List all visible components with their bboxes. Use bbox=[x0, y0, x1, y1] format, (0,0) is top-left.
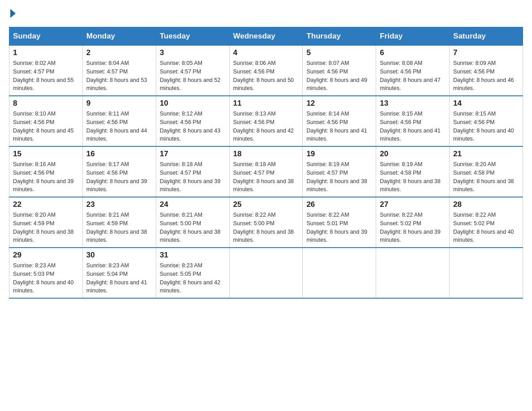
day-info: Sunrise: 8:07 AMSunset: 4:56 PMDaylight:… bbox=[306, 59, 372, 93]
calendar-cell: 22Sunrise: 8:20 AMSunset: 4:59 PMDayligh… bbox=[9, 197, 83, 248]
day-number: 26 bbox=[306, 200, 372, 209]
day-number: 20 bbox=[380, 150, 446, 158]
day-number: 29 bbox=[13, 251, 79, 260]
logo-top bbox=[9, 9, 16, 18]
day-number: 12 bbox=[306, 99, 372, 108]
day-info: Sunrise: 8:20 AMSunset: 4:59 PMDaylight:… bbox=[13, 211, 79, 244]
calendar-table: SundayMondayTuesdayWednesdayThursdayFrid… bbox=[9, 27, 523, 299]
calendar-cell: 31Sunrise: 8:23 AMSunset: 5:05 PMDayligh… bbox=[156, 248, 229, 298]
day-number: 24 bbox=[160, 200, 226, 209]
logo-triangle-icon bbox=[10, 9, 16, 18]
day-info: Sunrise: 8:22 AMSunset: 5:00 PMDaylight:… bbox=[233, 211, 299, 244]
day-info: Sunrise: 8:21 AMSunset: 5:00 PMDaylight:… bbox=[160, 211, 226, 244]
day-info: Sunrise: 8:21 AMSunset: 4:59 PMDaylight:… bbox=[86, 211, 152, 244]
week-row-5: 29Sunrise: 8:23 AMSunset: 5:03 PMDayligh… bbox=[9, 248, 523, 298]
week-row-4: 22Sunrise: 8:20 AMSunset: 4:59 PMDayligh… bbox=[9, 197, 523, 248]
calendar-cell: 4Sunrise: 8:06 AMSunset: 4:56 PMDaylight… bbox=[229, 46, 303, 96]
calendar-cell: 21Sunrise: 8:20 AMSunset: 4:58 PMDayligh… bbox=[450, 146, 523, 197]
day-info: Sunrise: 8:14 AMSunset: 4:56 PMDaylight:… bbox=[306, 110, 372, 143]
day-header-saturday: Saturday bbox=[450, 27, 523, 46]
day-info: Sunrise: 8:08 AMSunset: 4:56 PMDaylight:… bbox=[380, 59, 446, 93]
calendar-cell: 25Sunrise: 8:22 AMSunset: 5:00 PMDayligh… bbox=[229, 197, 303, 248]
calendar-cell: 26Sunrise: 8:22 AMSunset: 5:01 PMDayligh… bbox=[303, 197, 376, 248]
day-info: Sunrise: 8:11 AMSunset: 4:56 PMDaylight:… bbox=[86, 110, 152, 143]
calendar-cell: 17Sunrise: 8:18 AMSunset: 4:57 PMDayligh… bbox=[156, 146, 229, 197]
day-number: 13 bbox=[380, 99, 446, 108]
day-number: 7 bbox=[453, 48, 519, 57]
day-info: Sunrise: 8:06 AMSunset: 4:56 PMDaylight:… bbox=[233, 59, 299, 93]
day-info: Sunrise: 8:16 AMSunset: 4:56 PMDaylight:… bbox=[13, 160, 79, 194]
day-info: Sunrise: 8:22 AMSunset: 5:02 PMDaylight:… bbox=[380, 211, 446, 244]
day-number: 10 bbox=[160, 99, 226, 108]
day-number: 22 bbox=[13, 200, 79, 209]
day-number: 30 bbox=[86, 251, 152, 260]
day-number: 9 bbox=[86, 99, 152, 108]
calendar-cell: 3Sunrise: 8:05 AMSunset: 4:57 PMDaylight… bbox=[156, 46, 229, 96]
calendar-cell: 5Sunrise: 8:07 AMSunset: 4:56 PMDaylight… bbox=[303, 46, 376, 96]
day-info: Sunrise: 8:19 AMSunset: 4:57 PMDaylight:… bbox=[306, 160, 372, 194]
day-number: 23 bbox=[86, 200, 152, 209]
day-number: 8 bbox=[13, 99, 79, 108]
day-number: 5 bbox=[306, 48, 372, 57]
day-number: 25 bbox=[233, 200, 299, 209]
day-header-friday: Friday bbox=[376, 27, 450, 46]
calendar-header: SundayMondayTuesdayWednesdayThursdayFrid… bbox=[9, 27, 523, 46]
day-number: 14 bbox=[453, 99, 519, 108]
calendar-cell: 23Sunrise: 8:21 AMSunset: 4:59 PMDayligh… bbox=[82, 197, 156, 248]
calendar-cell: 14Sunrise: 8:15 AMSunset: 4:56 PMDayligh… bbox=[450, 96, 523, 146]
week-row-1: 1Sunrise: 8:02 AMSunset: 4:57 PMDaylight… bbox=[9, 46, 523, 96]
day-info: Sunrise: 8:02 AMSunset: 4:57 PMDaylight:… bbox=[13, 59, 79, 93]
calendar-cell bbox=[303, 248, 376, 298]
day-number: 31 bbox=[160, 251, 226, 260]
logo bbox=[9, 9, 16, 18]
day-header-monday: Monday bbox=[82, 27, 156, 46]
day-info: Sunrise: 8:19 AMSunset: 4:58 PMDaylight:… bbox=[380, 160, 446, 194]
day-header-thursday: Thursday bbox=[303, 27, 376, 46]
day-info: Sunrise: 8:20 AMSunset: 4:58 PMDaylight:… bbox=[453, 160, 519, 194]
day-number: 3 bbox=[160, 48, 226, 57]
day-number: 16 bbox=[86, 150, 152, 158]
day-number: 4 bbox=[233, 48, 299, 57]
calendar-cell bbox=[376, 248, 450, 298]
day-number: 28 bbox=[453, 200, 519, 209]
calendar-cell: 11Sunrise: 8:13 AMSunset: 4:56 PMDayligh… bbox=[229, 96, 303, 146]
calendar-cell: 18Sunrise: 8:18 AMSunset: 4:57 PMDayligh… bbox=[229, 146, 303, 197]
day-number: 21 bbox=[453, 150, 519, 158]
day-info: Sunrise: 8:05 AMSunset: 4:57 PMDaylight:… bbox=[160, 59, 226, 93]
week-row-3: 15Sunrise: 8:16 AMSunset: 4:56 PMDayligh… bbox=[9, 146, 523, 197]
day-number: 11 bbox=[233, 99, 299, 108]
calendar-cell: 30Sunrise: 8:23 AMSunset: 5:04 PMDayligh… bbox=[82, 248, 156, 298]
day-info: Sunrise: 8:23 AMSunset: 5:05 PMDaylight:… bbox=[160, 261, 226, 295]
calendar-cell: 12Sunrise: 8:14 AMSunset: 4:56 PMDayligh… bbox=[303, 96, 376, 146]
calendar-cell: 27Sunrise: 8:22 AMSunset: 5:02 PMDayligh… bbox=[376, 197, 450, 248]
calendar-cell: 8Sunrise: 8:10 AMSunset: 4:56 PMDaylight… bbox=[9, 96, 83, 146]
calendar-cell: 7Sunrise: 8:09 AMSunset: 4:56 PMDaylight… bbox=[450, 46, 523, 96]
day-number: 18 bbox=[233, 150, 299, 158]
calendar-cell: 29Sunrise: 8:23 AMSunset: 5:03 PMDayligh… bbox=[9, 248, 83, 298]
day-info: Sunrise: 8:18 AMSunset: 4:57 PMDaylight:… bbox=[233, 160, 299, 194]
day-header-wednesday: Wednesday bbox=[229, 27, 303, 46]
day-info: Sunrise: 8:23 AMSunset: 5:03 PMDaylight:… bbox=[13, 261, 79, 295]
day-info: Sunrise: 8:22 AMSunset: 5:01 PMDaylight:… bbox=[306, 211, 372, 244]
day-info: Sunrise: 8:09 AMSunset: 4:56 PMDaylight:… bbox=[453, 59, 519, 93]
week-row-2: 8Sunrise: 8:10 AMSunset: 4:56 PMDaylight… bbox=[9, 96, 523, 146]
day-header-tuesday: Tuesday bbox=[156, 27, 229, 46]
day-number: 15 bbox=[13, 150, 79, 158]
day-number: 17 bbox=[160, 150, 226, 158]
day-info: Sunrise: 8:15 AMSunset: 4:56 PMDaylight:… bbox=[453, 110, 519, 143]
day-number: 2 bbox=[86, 48, 152, 57]
day-number: 19 bbox=[306, 150, 372, 158]
calendar-cell: 1Sunrise: 8:02 AMSunset: 4:57 PMDaylight… bbox=[9, 46, 83, 96]
day-info: Sunrise: 8:13 AMSunset: 4:56 PMDaylight:… bbox=[233, 110, 299, 143]
day-info: Sunrise: 8:15 AMSunset: 4:56 PMDaylight:… bbox=[380, 110, 446, 143]
calendar-cell bbox=[450, 248, 523, 298]
page-header bbox=[9, 9, 523, 18]
calendar-cell: 10Sunrise: 8:12 AMSunset: 4:56 PMDayligh… bbox=[156, 96, 229, 146]
day-info: Sunrise: 8:10 AMSunset: 4:56 PMDaylight:… bbox=[13, 110, 79, 143]
day-info: Sunrise: 8:22 AMSunset: 5:02 PMDaylight:… bbox=[453, 211, 519, 244]
day-number: 1 bbox=[13, 48, 79, 57]
calendar-cell: 2Sunrise: 8:04 AMSunset: 4:57 PMDaylight… bbox=[82, 46, 156, 96]
calendar-cell: 24Sunrise: 8:21 AMSunset: 5:00 PMDayligh… bbox=[156, 197, 229, 248]
calendar-cell: 6Sunrise: 8:08 AMSunset: 4:56 PMDaylight… bbox=[376, 46, 450, 96]
calendar-cell bbox=[229, 248, 303, 298]
